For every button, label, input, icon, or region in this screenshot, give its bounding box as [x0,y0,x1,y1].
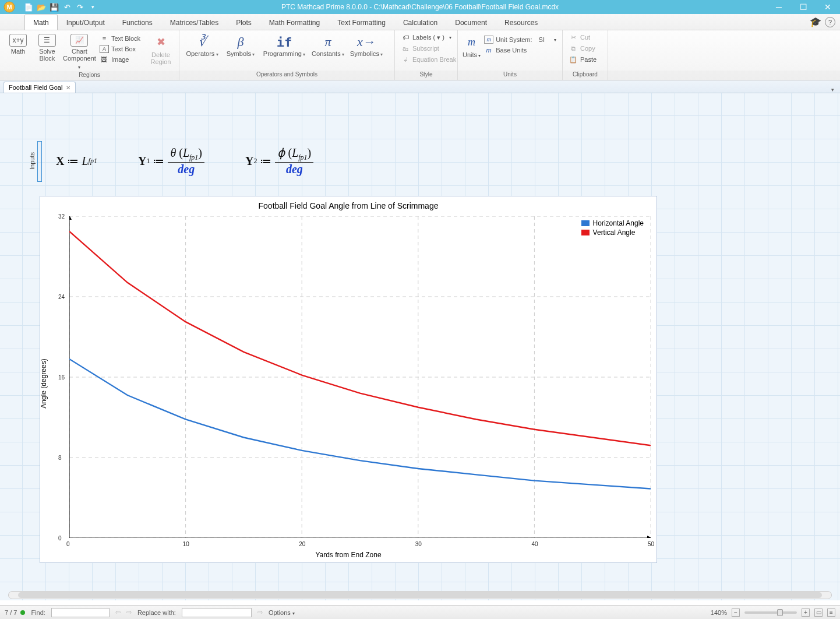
chart-title: Football Field Goal Angle from Line of S… [40,196,657,213]
equation-row[interactable]: X ≔ Lfp1 Y1 ≔ θ (Lfp1) deg Y2 ≔ ϕ (Lfp1)… [56,146,313,176]
subscript-button: a₂Subscript [398,44,442,53]
view-draft-button[interactable]: ≡ [827,609,835,617]
ribbon-tabs: Math Input/Output Functions Matrices/Tab… [0,14,840,30]
tab-resources[interactable]: Resources [496,15,546,30]
equation-break-button: ↲Equation Break [398,55,458,64]
x-tick: 10 [183,541,189,547]
undo-button[interactable]: ↶ [62,2,72,12]
cut-icon: ✂ [569,33,578,41]
selection-handle[interactable] [37,141,42,182]
tab-calculation[interactable]: Calculation [394,15,446,30]
chart-y-label: Angle (degrees) [40,358,48,408]
math-region-label: Math [11,48,25,55]
tab-matrices-tables[interactable]: Matrices/Tables [161,15,227,30]
replace-next-button[interactable]: ⇨ [257,609,263,616]
tab-math-formatting[interactable]: Math Formatting [260,15,329,30]
page-number: 7 / 7 [5,609,17,616]
equation-x[interactable]: X ≔ Lfp1 [56,146,97,176]
operators-button[interactable]: ∛Operators [183,33,221,57]
symbolics-button[interactable]: x→Symbolics [347,33,386,57]
tab-document[interactable]: Document [446,15,496,30]
scrollbar-thumb[interactable] [18,592,822,598]
minimize-button[interactable]: ─ [767,0,791,14]
units-button[interactable]: m Units [461,33,482,59]
document-tabs: Football Field Goal ✕ ▾ [0,80,840,93]
eq-y2-deg: deg [284,163,305,176]
units-icon: m [464,34,480,50]
constants-label: Constants [312,50,344,57]
open-file-button[interactable]: 📂 [36,2,47,12]
find-input[interactable] [51,608,110,617]
group-operators-symbols: ∛Operators βSymbols ifProgramming πConst… [179,30,395,80]
image-button[interactable]: 🖼Image [97,55,143,64]
app-icon[interactable]: M [0,0,21,14]
replace-input[interactable] [182,608,252,617]
equation-y1[interactable]: Y1 ≔ θ (Lfp1) deg [138,146,204,176]
chart-region[interactable]: Football Field Goal Angle from Line of S… [40,196,657,563]
horizontal-scrollbar[interactable] [8,591,832,599]
tab-text-formatting[interactable]: Text Formatting [329,15,394,30]
qat-dropdown[interactable]: ▾ [87,2,98,12]
delete-region-button: ✖ Delete Region [146,33,175,65]
new-file-button[interactable]: 📄 [23,2,34,12]
help-button[interactable]: ? [825,17,835,27]
tab-plots[interactable]: Plots [227,15,260,30]
learning-icon[interactable]: 🎓 [810,16,821,27]
save-file-button[interactable]: 💾 [49,2,59,12]
math-region-button[interactable]: x+y Math [3,33,33,55]
document-tabs-dropdown[interactable]: ▾ [825,87,840,93]
eq-y1-argsub: fp1 [189,153,198,161]
zoom-slider[interactable] [744,611,797,614]
eq-y1-fn: θ [170,146,176,159]
x-tick: 40 [531,541,538,547]
document-tab-close-icon[interactable]: ✕ [66,85,70,91]
labels-icon: 🏷 [401,33,410,41]
zoom-in-button[interactable]: + [802,609,810,617]
close-button[interactable]: ✕ [816,0,840,14]
group-clipboard-label: Clipboard [563,71,608,80]
tab-input-output[interactable]: Input/Output [58,15,114,30]
find-next-button[interactable]: ⇨ [126,609,132,616]
labels-label: Labels ( ▾ ) [412,34,444,41]
find-prev-button[interactable]: ⇦ [115,609,121,616]
cut-button: ✂Cut [566,33,592,42]
copy-icon: ⧉ [569,44,578,52]
eq-y2-lhs: Y [245,154,253,168]
unit-system-label: Unit System: [496,36,532,43]
options-dropdown[interactable]: Options ▾ [269,609,295,616]
base-units-button[interactable]: mBase Units [482,45,559,55]
view-page-button[interactable]: ▭ [814,609,823,617]
unit-system-dropdown[interactable]: mUnit System: SI▾ [482,35,559,44]
chart-component-button[interactable]: 📈 Chart Component [62,33,97,71]
tab-functions[interactable]: Functions [114,15,161,30]
delete-region-icon: ✖ [153,34,169,50]
constants-button[interactable]: πConstants [309,33,347,57]
text-block-button[interactable]: ≡Text Block [97,34,143,43]
workspace[interactable]: Inputs X ≔ Lfp1 Y1 ≔ θ (Lfp1) deg Y2 ≔ ϕ… [0,93,840,600]
redo-button[interactable]: ↷ [75,2,85,12]
maximize-button[interactable]: ☐ [791,0,816,14]
labels-dropdown[interactable]: 🏷Labels ( ▾ )▾ [398,33,454,42]
programming-button[interactable]: ifProgramming [260,33,309,57]
ribbon-help-area: 🎓 ? [810,16,835,27]
zoom-slider-knob[interactable] [777,609,783,616]
paste-button[interactable]: 📋Paste [566,55,599,64]
eq-x-sub: fp1 [89,157,97,166]
symbols-button[interactable]: βSymbols [221,33,260,57]
window-controls: ─ ☐ ✕ [767,0,840,14]
document-tab-active[interactable]: Football Field Goal ✕ [3,82,76,93]
chart-x-label: Yards from End Zone [315,551,381,559]
subscript-icon: a₂ [401,44,410,52]
y-tick: 32 [58,213,65,220]
text-box-button[interactable]: AText Box [97,44,143,54]
selected-region[interactable]: Inputs X ≔ Lfp1 Y1 ≔ θ (Lfp1) deg Y2 ≔ ϕ… [40,143,657,563]
math-region-icon: x+y [9,34,27,47]
find-label: Find: [31,609,45,616]
equation-y2[interactable]: Y2 ≔ ϕ (Lfp1) deg [245,146,313,176]
tab-math[interactable]: Math [24,15,58,30]
chart-component-label: Chart Component [62,48,97,71]
base-units-icon: m [484,46,493,54]
units-label: Units [463,51,481,59]
solve-block-button[interactable]: ☰ Solve Block [33,33,62,62]
zoom-out-button[interactable]: − [732,609,740,617]
